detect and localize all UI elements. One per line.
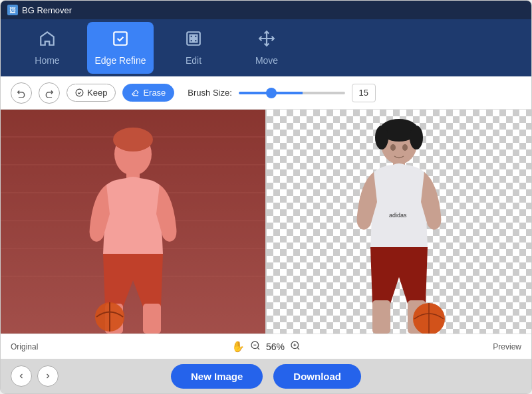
svg-point-18 — [402, 144, 408, 151]
erase-button[interactable]: Erase — [122, 84, 174, 102]
zoom-in-icon[interactable] — [290, 340, 301, 353]
nav-move-label: Move — [255, 55, 278, 66]
brush-size-slider[interactable] — [239, 92, 345, 94]
app-icon: 🖼 — [7, 5, 18, 15]
brush-size-value: 15 — [352, 84, 376, 102]
svg-point-17 — [390, 144, 396, 151]
brush-size-label: Brush Size: — [188, 88, 231, 98]
hand-tool-icon[interactable]: ✋ — [231, 340, 245, 353]
new-image-button[interactable]: New Image — [171, 364, 263, 389]
svg-line-23 — [297, 347, 299, 349]
svg-point-11 — [410, 126, 423, 149]
zoom-out-icon[interactable] — [250, 340, 261, 353]
svg-point-10 — [375, 126, 388, 149]
statusbar: Original ✋ 56% — [1, 334, 531, 359]
nav-edit-label: Edit — [186, 55, 201, 66]
person-silhouette-right: adidas — [326, 110, 472, 334]
keep-label: Keep — [87, 88, 107, 98]
svg-line-20 — [257, 347, 259, 349]
nav-edge-refine[interactable]: Edge Refine — [87, 22, 154, 74]
keep-button[interactable]: Keep — [66, 84, 116, 102]
redo-button[interactable] — [39, 82, 60, 104]
action-bar-inner: New Image Download — [1, 364, 531, 389]
app-title: BG Remover — [22, 5, 72, 15]
zoom-value: 56% — [266, 342, 285, 352]
svg-rect-0 — [114, 32, 127, 45]
image-area: adidas — [1, 110, 531, 334]
nav-edge-refine-label: Edge Refine — [94, 55, 146, 66]
preview-label: Preview — [301, 342, 521, 351]
prev-button[interactable] — [11, 365, 32, 387]
svg-rect-6 — [143, 304, 161, 334]
preview-panel[interactable]: adidas — [267, 110, 531, 334]
move-icon — [258, 30, 275, 51]
edge-refine-icon — [112, 30, 129, 51]
main-content: adidas — [1, 110, 531, 359]
nav-home-label: Home — [35, 55, 59, 66]
nav-move[interactable]: Move — [233, 22, 300, 74]
svg-point-3 — [113, 128, 153, 151]
edit-icon — [185, 30, 202, 51]
svg-text:adidas: adidas — [389, 212, 407, 219]
nav-edit[interactable]: Edit — [160, 22, 227, 74]
original-panel[interactable] — [1, 110, 267, 334]
erase-label: Erase — [143, 88, 166, 98]
app-window: 🖼 BG Remover Home Edge Refine — [0, 0, 532, 394]
toolbar: Keep Erase Brush Size: 15 — [1, 76, 531, 110]
undo-button[interactable] — [11, 82, 32, 104]
svg-rect-14 — [372, 300, 390, 334]
next-button[interactable] — [37, 365, 59, 387]
home-icon — [39, 30, 56, 51]
original-label: Original — [11, 342, 231, 351]
action-bar: New Image Download — [1, 359, 531, 393]
download-button[interactable]: Download — [273, 364, 361, 389]
nav-arrows — [11, 365, 59, 387]
center-actions: New Image Download — [171, 364, 361, 389]
person-silhouette-left — [60, 121, 206, 334]
titlebar: 🖼 BG Remover — [1, 1, 531, 19]
navbar: Home Edge Refine Edit — [1, 19, 531, 76]
nav-home[interactable]: Home — [14, 22, 80, 74]
zoom-controls: ✋ 56% — [231, 340, 301, 353]
